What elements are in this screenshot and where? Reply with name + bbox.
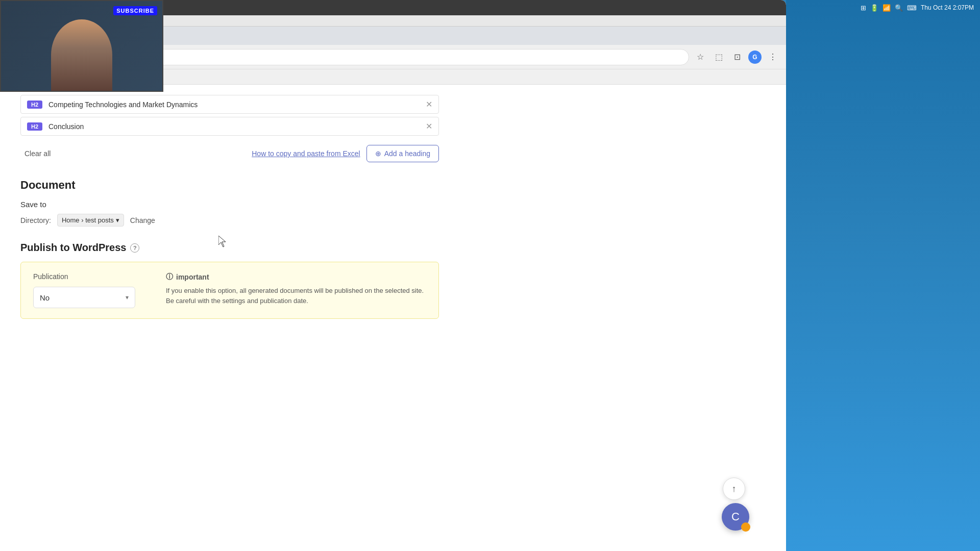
publication-label: Publication	[33, 272, 145, 281]
document-section: Document Save to Directory: Home › test …	[20, 179, 439, 227]
publication-left: Publication No ▾	[33, 272, 145, 308]
extension-icon[interactable]: ⬚	[712, 50, 726, 64]
chat-notification-badge	[741, 522, 750, 532]
heading-text-2: Conclusion	[48, 122, 426, 131]
document-content: H2 Competing Technologies and Market Dyn…	[0, 85, 459, 329]
important-label: important	[176, 273, 209, 281]
plus-circle-icon: ⊕	[375, 149, 381, 158]
heading-row-2: H2 Conclusion ✕	[20, 117, 439, 136]
publish-section: Publish to WordPress ? Publication No ▾ …	[20, 242, 439, 319]
directory-value: Home › test posts	[62, 216, 114, 224]
subscribe-badge: SUBSCRIBE	[113, 6, 157, 15]
heading-row-1: H2 Competing Technologies and Market Dyn…	[20, 95, 439, 114]
chevron-down-icon: ▾	[116, 216, 119, 224]
browser-menu-button[interactable]: ⋮	[766, 50, 780, 64]
help-icon[interactable]: ?	[130, 243, 139, 253]
publication-value: No	[40, 293, 50, 302]
battery-icon: 🔋	[870, 4, 878, 12]
document-title: Document	[20, 179, 439, 192]
video-content: SUBSCRIBE	[1, 1, 162, 91]
system-bar: ⊞ 🔋 📶 🔍 ⌨ Thu Oct 24 2:07PM	[786, 0, 980, 15]
cast-icon[interactable]: ⊡	[730, 50, 744, 64]
heading-text-1: Competing Technologies and Market Dynami…	[48, 101, 426, 109]
add-heading-label: Add a heading	[384, 149, 430, 158]
heading-close-1[interactable]: ✕	[426, 99, 432, 109]
input-icon: ⌨	[907, 4, 917, 12]
excel-link[interactable]: How to copy and paste from Excel	[252, 149, 360, 158]
video-person	[51, 19, 112, 91]
system-time: Thu Oct 24 2:07PM	[921, 4, 974, 11]
important-header: ⓘ important	[166, 272, 426, 282]
publish-title-text: Publish to WordPress	[20, 242, 126, 254]
desktop-background: ⊞ 🔋 📶 🔍 ⌨ Thu Oct 24 2:07PM	[786, 0, 980, 551]
bookmark-star-icon[interactable]: ☆	[693, 50, 707, 64]
action-bar: Clear all How to copy and paste from Exc…	[20, 139, 439, 168]
save-to-label: Save to	[20, 200, 439, 209]
directory-dropdown[interactable]: Home › test posts ▾	[57, 214, 124, 227]
heading-close-2[interactable]: ✕	[426, 121, 432, 131]
chat-icon: C	[731, 510, 740, 523]
headings-section: H2 Competing Technologies and Market Dyn…	[20, 95, 439, 136]
scroll-to-top-button[interactable]: ↑	[723, 478, 745, 500]
action-right: How to copy and paste from Excel ⊕ Add a…	[252, 145, 439, 162]
publication-select[interactable]: No ▾	[33, 287, 135, 308]
page-content: H2 Competing Technologies and Market Dyn…	[0, 85, 786, 551]
search-icon: 🔍	[895, 4, 903, 12]
directory-label: Directory:	[20, 216, 51, 224]
important-section: ⓘ important If you enable this option, a…	[166, 272, 426, 308]
video-overlay: SUBSCRIBE	[0, 0, 163, 92]
change-link[interactable]: Change	[130, 216, 155, 224]
toolbar-right: ☆ ⬚ ⊡ G ⋮	[693, 50, 780, 64]
publication-card: Publication No ▾ ⓘ important If you enab…	[20, 262, 439, 319]
heading-badge-2: H2	[27, 122, 42, 131]
profile-icon[interactable]: G	[748, 51, 762, 64]
clear-all-button[interactable]: Clear all	[20, 147, 55, 160]
info-circle-icon: ⓘ	[166, 272, 173, 282]
publish-title: Publish to WordPress ?	[20, 242, 439, 254]
select-chevron-icon: ▾	[126, 294, 129, 301]
directory-row: Directory: Home › test posts ▾ Change	[20, 214, 439, 227]
heading-badge-1: H2	[27, 101, 42, 109]
wifi-icon: 📶	[883, 4, 891, 12]
important-text: If you enable this option, all generated…	[166, 286, 426, 306]
add-heading-button[interactable]: ⊕ Add a heading	[366, 145, 439, 162]
display-icon: ⊞	[861, 4, 866, 12]
